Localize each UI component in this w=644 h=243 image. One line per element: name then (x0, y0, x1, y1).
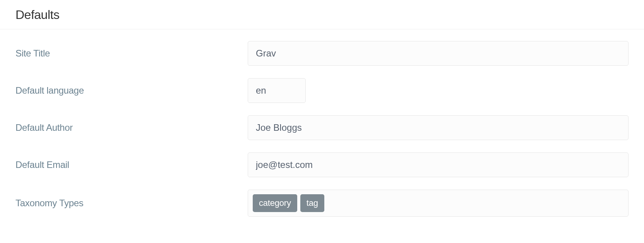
page-title: Defaults (0, 0, 644, 29)
row-taxonomy-types: Taxonomy Types category tag (15, 190, 629, 217)
label-site-title: Site Title (15, 48, 248, 59)
site-title-input[interactable] (248, 41, 629, 66)
row-default-author: Default Author (15, 115, 629, 140)
defaults-form: Site Title Default language Default Auth… (0, 29, 644, 241)
row-default-language: Default language (15, 78, 629, 103)
label-default-language: Default language (15, 85, 248, 96)
control-wrap (248, 152, 629, 177)
control-wrap: category tag (248, 190, 629, 217)
taxonomy-types-input[interactable]: category tag (248, 190, 629, 217)
label-default-author: Default Author (15, 122, 248, 133)
control-wrap (248, 41, 629, 66)
taxonomy-tag[interactable]: tag (300, 194, 324, 212)
control-wrap (248, 115, 629, 140)
row-default-email: Default Email (15, 152, 629, 177)
default-author-input[interactable] (248, 115, 629, 140)
default-email-input[interactable] (248, 152, 629, 177)
control-wrap (248, 78, 629, 103)
label-default-email: Default Email (15, 159, 248, 170)
taxonomy-tag[interactable]: category (253, 194, 297, 212)
row-site-title: Site Title (15, 41, 629, 66)
label-taxonomy-types: Taxonomy Types (15, 198, 248, 209)
default-language-input[interactable] (248, 78, 306, 103)
